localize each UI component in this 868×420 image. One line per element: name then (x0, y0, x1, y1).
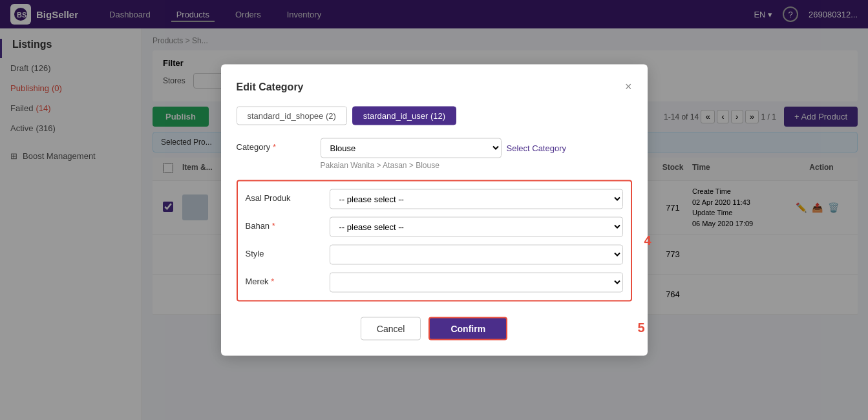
bahan-select[interactable]: -- please select -- (330, 217, 623, 237)
style-label: Style (246, 245, 330, 258)
modal-close-button[interactable]: × (625, 80, 632, 94)
asal-produk-row: Asal Produk -- please select -- (246, 189, 623, 209)
modal-footer: Cancel Confirm (237, 317, 632, 341)
category-label: Category * (237, 138, 321, 152)
category-form-row: Category * Blouse Select Category Pakaia… (237, 138, 632, 170)
modal-title: Edit Category (237, 81, 304, 92)
category-control: Blouse Select Category Pakaian Wanita > … (321, 138, 632, 170)
annotation-5: 5 (637, 320, 644, 335)
merek-select[interactable] (330, 273, 623, 293)
modal-tabs: standard_id_shopee (2) stardand_id_user … (237, 107, 632, 125)
modal-footer-wrapper: Cancel Confirm 5 (237, 317, 632, 341)
style-control (330, 245, 623, 265)
tab-standard-id-user[interactable]: stardand_id_user (12) (352, 107, 456, 125)
asal-produk-control: -- please select -- (330, 189, 623, 209)
category-select[interactable]: Blouse (321, 138, 502, 158)
cancel-button[interactable]: Cancel (361, 317, 421, 341)
category-row-with-link: Blouse Select Category (321, 138, 632, 158)
merek-control (330, 273, 623, 293)
category-path: Pakaian Wanita > Atasan > Blouse (321, 161, 632, 170)
style-select[interactable] (330, 245, 623, 265)
tab-standard-id-shopee[interactable]: standard_id_shopee (2) (237, 107, 347, 125)
merek-required-marker: * (271, 277, 274, 286)
merek-row: Merek * (246, 273, 623, 293)
style-row: Style (246, 245, 623, 265)
merek-label: Merek * (246, 273, 330, 286)
bahan-required-marker: * (272, 221, 275, 231)
asal-produk-label: Asal Produk (246, 189, 330, 203)
confirm-button[interactable]: Confirm (429, 317, 507, 341)
modal-header: Edit Category × (237, 80, 632, 94)
select-category-link[interactable]: Select Category (507, 143, 567, 153)
annotation-4: 4 (644, 233, 651, 248)
required-marker: * (273, 142, 276, 152)
asal-produk-select[interactable]: -- please select -- (330, 189, 623, 209)
bahan-control: -- please select -- (330, 217, 623, 237)
edit-category-modal: Edit Category × standard_id_shopee (2) s… (221, 65, 648, 356)
bahan-row: Bahan * -- please select -- (246, 217, 623, 237)
required-fields-section: Asal Produk -- please select -- Bahan * … (237, 180, 632, 302)
red-bordered-fields: Asal Produk -- please select -- Bahan * … (237, 180, 632, 302)
bahan-label: Bahan * (246, 217, 330, 231)
confirm-wrapper: Confirm (429, 317, 507, 341)
